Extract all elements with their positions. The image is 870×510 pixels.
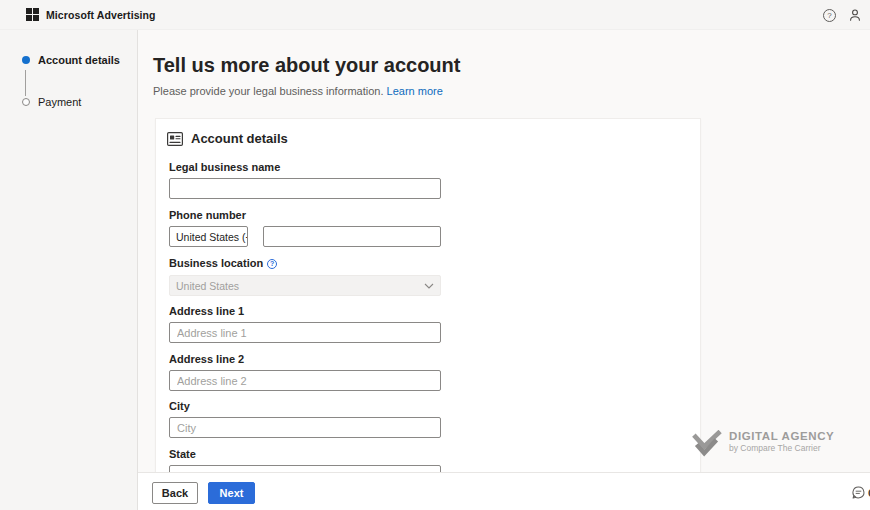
- phone-country-value: United States (+: [176, 231, 248, 243]
- state-input[interactable]: [169, 465, 441, 472]
- digital-agency-logo-icon: [692, 430, 722, 461]
- microsoft-logo-icon: [26, 8, 39, 21]
- business-location-label-text: Business location: [169, 257, 263, 269]
- stepper-step-account-details[interactable]: Account details: [22, 54, 120, 66]
- page-subtitle: Please provide your legal business infor…: [153, 85, 443, 97]
- brand-name: Microsoft Advertising: [46, 9, 156, 21]
- step-label: Payment: [38, 96, 81, 108]
- watermark-subtitle: by Compare The Carrier: [729, 443, 834, 453]
- address-line2-label: Address line 2: [169, 353, 244, 365]
- city-label: City: [169, 400, 190, 412]
- watermark: DIGITAL AGENCY by Compare The Carrier: [692, 430, 834, 461]
- page-subtitle-text: Please provide your legal business infor…: [153, 85, 384, 97]
- business-location-label: Business location?: [169, 257, 277, 269]
- phone-number-input[interactable]: [263, 226, 441, 247]
- next-button[interactable]: Next: [208, 482, 255, 504]
- info-icon[interactable]: ?: [267, 259, 277, 269]
- stepper-connector-line: [25, 70, 26, 96]
- phone-number-label: Phone number: [169, 209, 246, 221]
- stepper-sidebar: Account details Payment: [0, 30, 138, 510]
- business-location-select: United States: [169, 275, 441, 296]
- watermark-title: DIGITAL AGENCY: [729, 430, 834, 442]
- learn-more-link[interactable]: Learn more: [387, 85, 443, 97]
- step-label: Account details: [38, 54, 120, 66]
- card-header: Account details: [167, 131, 288, 146]
- stepper-step-payment[interactable]: Payment: [22, 96, 81, 108]
- legal-business-name-input[interactable]: [169, 178, 441, 199]
- bottom-action-bar: Back Next C: [138, 472, 870, 510]
- help-icon[interactable]: ?: [823, 9, 836, 22]
- business-location-value: United States: [176, 280, 239, 292]
- city-input[interactable]: [169, 417, 441, 438]
- back-button[interactable]: Back: [152, 482, 198, 504]
- address-line1-label: Address line 1: [169, 305, 244, 317]
- page-title: Tell us more about your account: [153, 54, 460, 77]
- chevron-down-icon: [424, 283, 434, 289]
- state-label: State: [169, 448, 196, 460]
- brand: Microsoft Advertising: [26, 8, 156, 21]
- contact-card-icon: [167, 132, 183, 146]
- address-line2-input[interactable]: [169, 370, 441, 391]
- top-bar: Microsoft Advertising ?: [0, 0, 870, 30]
- account-person-icon[interactable]: [848, 8, 862, 22]
- address-line1-input[interactable]: [169, 322, 441, 343]
- step-active-dot-icon: [22, 56, 30, 64]
- step-upcoming-dot-icon: [22, 98, 30, 106]
- legal-business-name-label: Legal business name: [169, 161, 280, 173]
- chat-bubble-icon: [852, 486, 865, 499]
- phone-country-dropdown[interactable]: United States (+: [169, 226, 248, 247]
- chat-widget[interactable]: C: [852, 486, 870, 499]
- microsoft-advertising-signup-screen: Microsoft Advertising ? Account details …: [0, 0, 870, 510]
- card-title: Account details: [191, 131, 288, 146]
- account-details-card: Account details Legal business name Phon…: [155, 118, 701, 472]
